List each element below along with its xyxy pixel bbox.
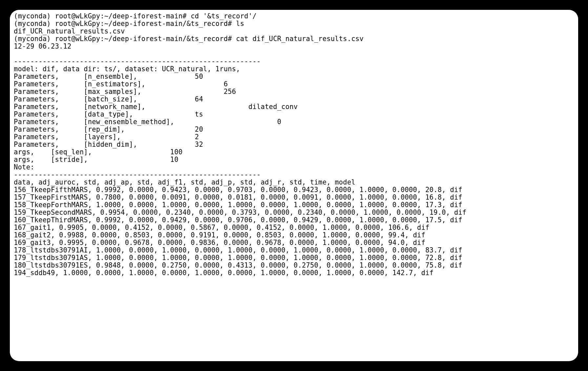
terminal-output: (myconda) root@wLkGpy:~/deep-iforest-mai… [14,12,574,277]
terminal-window[interactable]: (myconda) root@wLkGpy:~/deep-iforest-mai… [10,10,578,361]
